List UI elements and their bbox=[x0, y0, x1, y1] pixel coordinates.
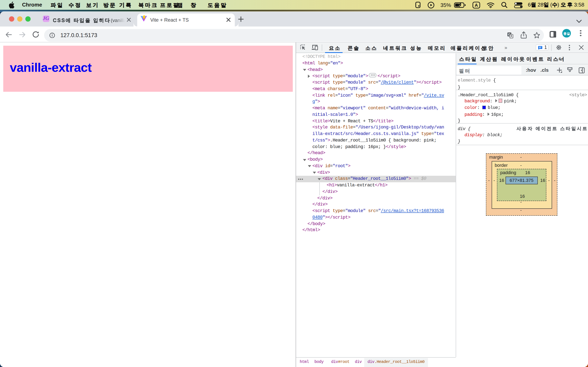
svg-text:A: A bbox=[475, 2, 478, 8]
